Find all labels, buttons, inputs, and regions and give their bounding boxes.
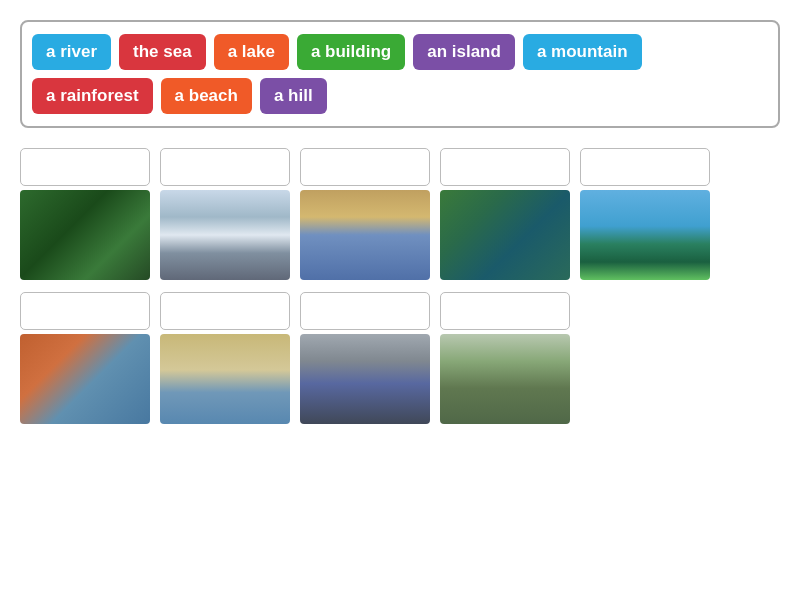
- image-hill: [440, 334, 570, 424]
- word-tag-sea[interactable]: the sea: [119, 34, 206, 70]
- word-bank: a riverthe seaa lakea buildingan islanda…: [20, 20, 780, 128]
- drop-box-island[interactable]: [580, 148, 710, 186]
- image-item-building: [300, 292, 430, 424]
- drop-box-sea[interactable]: [300, 148, 430, 186]
- word-tag-building[interactable]: a building: [297, 34, 405, 70]
- drop-box-lake[interactable]: [20, 292, 150, 330]
- image-item-sea: [300, 148, 430, 280]
- image-rainforest: [20, 190, 150, 280]
- image-sea: [300, 190, 430, 280]
- image-row-0: [20, 148, 780, 280]
- drop-box-mountain[interactable]: [160, 148, 290, 186]
- image-item-river: [440, 148, 570, 280]
- drop-box-rainforest[interactable]: [20, 148, 150, 186]
- image-river: [440, 190, 570, 280]
- image-item-hill: [440, 292, 570, 424]
- drop-box-river[interactable]: [440, 148, 570, 186]
- word-tag-rainforest[interactable]: a rainforest: [32, 78, 153, 114]
- image-item-lake: [20, 292, 150, 424]
- match-area: [20, 148, 780, 424]
- word-tag-lake[interactable]: a lake: [214, 34, 289, 70]
- drop-box-hill[interactable]: [440, 292, 570, 330]
- image-island: [580, 190, 710, 280]
- image-row-1: [20, 292, 780, 424]
- image-item-rainforest: [20, 148, 150, 280]
- word-tag-mountain[interactable]: a mountain: [523, 34, 642, 70]
- drop-box-building[interactable]: [300, 292, 430, 330]
- word-tag-river[interactable]: a river: [32, 34, 111, 70]
- image-item-beach: [160, 292, 290, 424]
- word-tag-beach[interactable]: a beach: [161, 78, 252, 114]
- image-beach: [160, 334, 290, 424]
- word-tag-hill[interactable]: a hill: [260, 78, 327, 114]
- image-lake: [20, 334, 150, 424]
- word-tag-island[interactable]: an island: [413, 34, 515, 70]
- image-item-island: [580, 148, 710, 280]
- image-item-mountain: [160, 148, 290, 280]
- image-mountain: [160, 190, 290, 280]
- drop-box-beach[interactable]: [160, 292, 290, 330]
- image-building: [300, 334, 430, 424]
